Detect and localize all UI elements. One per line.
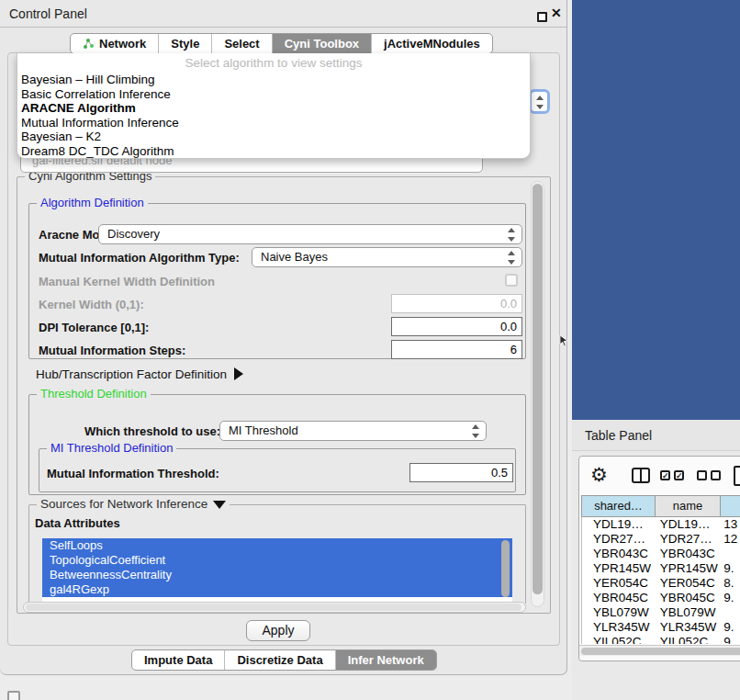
close-icon[interactable]: ✕	[551, 6, 562, 20]
mi-threshold-field[interactable]: 0.5	[409, 463, 513, 482]
table-cell[interactable]: YIL052C	[582, 635, 656, 644]
column-layout-icon[interactable]	[632, 468, 650, 483]
unchecked-box-icon	[711, 470, 721, 480]
table-row[interactable]: YBR045CYBR045C9.	[582, 591, 740, 605]
kernel-width-field[interactable]: 0.0	[391, 294, 522, 313]
settings-hscroll-thumb[interactable]	[26, 604, 521, 611]
manual-kernel-checkbox[interactable]	[505, 274, 518, 287]
gear-icon[interactable]: ⚙	[590, 464, 608, 486]
aracne-mode-combo[interactable]: Discovery	[98, 224, 522, 244]
table-hscroll-thumb[interactable]	[581, 648, 740, 655]
table-cell[interactable]: 13	[720, 517, 740, 532]
algorithm-option[interactable]: Basic Correlation Inference	[17, 87, 530, 102]
table-toolbar: ⚙ ✓ ✓	[579, 457, 740, 495]
algorithm-option[interactable]: Bayesian – Hill Climbing	[17, 73, 530, 87]
tab-select[interactable]: Select	[212, 34, 272, 53]
table-cell[interactable]: YER054C	[656, 576, 721, 591]
tab-cyni-toolbox[interactable]: Cyni Toolbox	[273, 34, 372, 53]
file-icon[interactable]	[734, 466, 740, 486]
table-cell[interactable]: YLR345W	[582, 620, 656, 635]
manual-kernel-label: Manual Kernel Width Definition	[39, 275, 215, 288]
settings-horizontal-scrollbar[interactable]	[23, 602, 526, 613]
algorithm-option[interactable]: Bayesian – K2	[17, 130, 530, 144]
table-cell[interactable]: YBL079W	[582, 605, 656, 620]
table-row[interactable]: YBL079WYBL079W	[582, 605, 740, 620]
apply-button[interactable]: Apply	[246, 620, 310, 641]
table-cell[interactable]: 12	[720, 532, 740, 547]
mouse-cursor	[559, 335, 570, 347]
table-row[interactable]: YER054CYER054C8.	[582, 576, 740, 591]
dpi-tolerance-field[interactable]: 0.0	[391, 317, 522, 336]
which-threshold-combo[interactable]: MI Threshold	[219, 421, 487, 441]
table-row[interactable]: YDR27…YDR27…12	[582, 532, 740, 547]
table-row[interactable]: YBR043CYBR043C	[582, 547, 740, 561]
table-cell[interactable]	[720, 605, 740, 620]
algorithm-option[interactable]: Dream8 DC_TDC Algorithm	[17, 144, 530, 159]
sources-legend-row[interactable]: Sources for Network Inference	[37, 497, 230, 511]
table-panel-titlebar: Table Panel	[572, 420, 740, 451]
column-header-shared-name[interactable]: shared…	[581, 496, 655, 516]
float-window-icon[interactable]	[537, 12, 547, 22]
mi-steps-field[interactable]: 6	[391, 340, 522, 359]
table-cell[interactable]: YDL19…	[656, 517, 721, 532]
select-all-columns-icon[interactable]: ✓ ✓	[660, 470, 684, 480]
table-cell[interactable]: YER054C	[582, 576, 656, 591]
table-cell[interactable]: YDR27…	[656, 532, 721, 547]
tab-infer-network[interactable]: Infer Network	[336, 650, 436, 670]
table-cell[interactable]: YDL19…	[582, 517, 656, 532]
settings-vertical-scrollbar[interactable]	[531, 181, 544, 607]
which-threshold-label: Which threshold to use:	[84, 424, 220, 438]
partial-checkbox-icon[interactable]	[7, 691, 20, 700]
data-attribute-item[interactable]: BetweennessCentrality	[42, 568, 512, 582]
table-cell[interactable]: 9.	[720, 635, 740, 644]
table-cell[interactable]: YBR043C	[582, 547, 656, 561]
table-cell[interactable]: 9.	[720, 620, 740, 635]
tab-network[interactable]: Network	[71, 34, 159, 53]
algorithm-definition-legend: Algorithm Definition	[37, 196, 148, 209]
algorithm-definition-group: Algorithm Definition Aracne Mode: Discov…	[28, 203, 526, 359]
algorithm-option[interactable]: ARACNE Algorithm	[17, 101, 530, 116]
spinner-arrows-icon	[471, 424, 480, 438]
mi-threshold-group: MI Threshold Definition Mutual Informati…	[39, 448, 516, 492]
sources-group: Sources for Network Inference Data Attri…	[28, 504, 526, 604]
tab-style[interactable]: Style	[159, 34, 212, 53]
table-cell[interactable]: YDR27…	[582, 532, 656, 547]
table-cell[interactable]: YBL079W	[656, 605, 721, 620]
table-cell[interactable]: 9.	[720, 561, 740, 576]
algorithm-option[interactable]: Mutual Information Inference	[17, 116, 530, 130]
data-attribute-item[interactable]: TopologicalCoefficient	[42, 553, 512, 568]
table-cell[interactable]: YLR345W	[656, 620, 721, 635]
table-row[interactable]: YLR345WYLR345W9.	[582, 620, 740, 635]
dpi-tolerance-label: DPI Tolerance [0,1]:	[39, 321, 149, 334]
hub-tf-expander[interactable]: Hub/Transcription Factor Definition	[36, 367, 243, 381]
table-cell[interactable]: YPR145W	[582, 561, 656, 576]
table-cell[interactable]: 8.	[720, 576, 740, 591]
table-horizontal-scrollbar[interactable]	[579, 645, 740, 656]
settings-vscroll-thumb[interactable]	[533, 184, 543, 594]
data-attributes-list[interactable]: SelfLoopsTopologicalCoefficientBetweenne…	[42, 538, 512, 603]
tab-jactivemnodules[interactable]: jActiveMNodules	[372, 34, 492, 53]
column-header-name[interactable]: name	[655, 496, 720, 516]
attribute-list-scrollbar[interactable]	[501, 540, 510, 597]
collapse-triangle-icon	[213, 501, 226, 509]
tab-discretize-data[interactable]: Discretize Data	[225, 650, 335, 670]
inference-algorithm-combo-fragment[interactable]	[529, 89, 550, 114]
table-cell[interactable]: YPR145W	[656, 561, 721, 576]
mi-type-combo[interactable]: Naive Bayes	[252, 247, 522, 267]
table-cell[interactable]	[720, 547, 740, 561]
column-header-partial[interactable]: A	[720, 496, 740, 516]
table-cell[interactable]: YIL052C	[656, 635, 721, 644]
table-row[interactable]: YPR145WYPR145W9.	[582, 561, 740, 576]
table-cell[interactable]: YBR045C	[656, 591, 721, 605]
table-cell[interactable]: 9.	[720, 591, 740, 605]
deselect-all-columns-icon[interactable]	[697, 470, 721, 480]
network-icon	[83, 38, 95, 50]
table-cell[interactable]: YBR043C	[656, 547, 721, 561]
data-attribute-item[interactable]: SelfLoops	[42, 538, 512, 553]
table-row[interactable]: YIL052CYIL052C9.	[582, 635, 740, 644]
tab-impute-data[interactable]: Impute Data	[132, 650, 225, 670]
threshold-definition-group: Threshold Definition Which threshold to …	[28, 394, 526, 495]
data-attribute-item[interactable]: gal4RGexp	[42, 582, 512, 597]
table-row[interactable]: YDL19…YDL19…13	[582, 517, 740, 532]
table-cell[interactable]: YBR045C	[582, 591, 656, 605]
